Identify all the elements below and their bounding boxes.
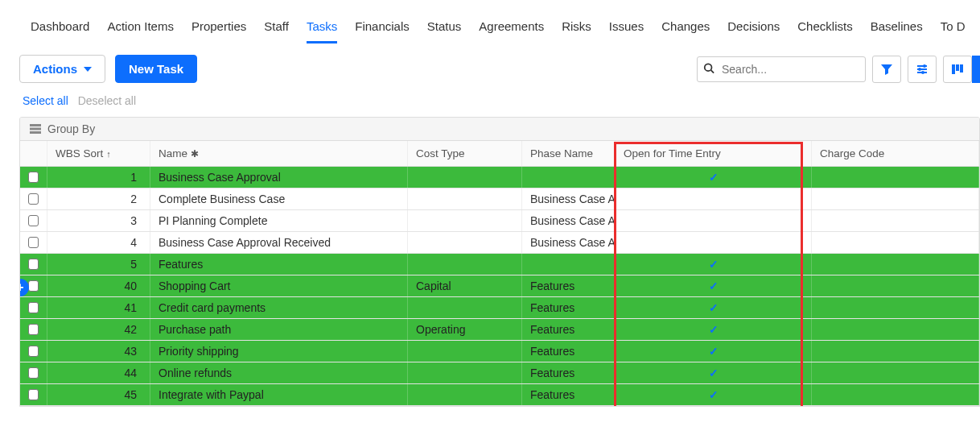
- table-row[interactable]: 44Online refundsFeatures✓: [20, 362, 979, 384]
- table-row[interactable]: 42Purchase pathOperatingFeatures✓: [20, 319, 979, 341]
- cell-cost-type: Operating: [408, 319, 522, 340]
- cell-charge-code: [812, 297, 979, 318]
- cell-phase: Business Case A...: [522, 188, 616, 209]
- header-phase-name[interactable]: Phase Name: [522, 141, 616, 166]
- cell-cost-type: [408, 297, 522, 318]
- check-icon: ✓: [709, 388, 719, 401]
- cell-name[interactable]: Purchase path: [150, 319, 408, 340]
- cell-name[interactable]: Online refunds: [150, 362, 408, 383]
- group-by-row[interactable]: Group By: [20, 118, 979, 141]
- table-row[interactable]: 41Credit card paymentsFeatures✓: [20, 297, 979, 319]
- cell-name[interactable]: Business Case Approval: [150, 167, 408, 188]
- table-row[interactable]: 2Complete Business CaseBusiness Case A..…: [20, 188, 979, 210]
- search-input[interactable]: [697, 56, 866, 82]
- board-view-button[interactable]: [943, 56, 972, 83]
- cell-name[interactable]: Shopping Cart: [150, 275, 408, 296]
- tab-issues[interactable]: Issues: [609, 14, 644, 43]
- cell-phase: Features: [522, 362, 616, 383]
- tab-status[interactable]: Status: [427, 14, 462, 43]
- cell-wbs: 3: [47, 210, 150, 231]
- cell-cost-type: [408, 210, 522, 231]
- check-icon: ✓: [709, 280, 719, 292]
- header-charge-code[interactable]: Charge Code: [812, 141, 979, 166]
- tab-risks[interactable]: Risks: [562, 14, 591, 43]
- cell-cost-type: [408, 362, 522, 383]
- row-checkbox[interactable]: [20, 297, 47, 318]
- header-cost-type[interactable]: Cost Type: [408, 141, 522, 166]
- cell-phase: Features: [522, 384, 616, 405]
- row-checkbox[interactable]: [20, 188, 47, 209]
- cell-charge-code: [812, 188, 979, 209]
- table-row[interactable]: 3PI Planning CompleteBusiness Case A...: [20, 210, 979, 232]
- cell-name[interactable]: Complete Business Case: [150, 188, 408, 209]
- cell-charge-code: [812, 254, 979, 275]
- cell-name[interactable]: Credit card payments: [150, 297, 408, 318]
- row-checkbox[interactable]: [20, 210, 47, 231]
- cell-name[interactable]: PI Planning Complete: [150, 210, 408, 231]
- table-row[interactable]: 1Business Case Approval✓: [20, 167, 979, 188]
- svg-line-1: [711, 70, 714, 73]
- tab-properties[interactable]: Properties: [191, 14, 246, 43]
- required-star-icon: ✱: [191, 148, 199, 159]
- row-checkbox[interactable]: [20, 384, 47, 405]
- actions-dropdown[interactable]: Actions: [19, 55, 105, 83]
- tab-financials[interactable]: Financials: [355, 14, 410, 43]
- grid-header: WBS Sort ↑ Name ✱ Cost Type Phase Name O…: [20, 141, 979, 167]
- expand-panel-strip[interactable]: [972, 56, 980, 83]
- cell-cost-type: Capital: [408, 275, 522, 296]
- tab-staff[interactable]: Staff: [264, 14, 289, 43]
- row-checkbox[interactable]: [20, 254, 47, 275]
- row-checkbox[interactable]: [20, 232, 47, 253]
- cell-name[interactable]: Features: [150, 254, 408, 275]
- new-task-button[interactable]: New Task: [115, 55, 197, 83]
- cell-name[interactable]: Integrate with Paypal: [150, 384, 408, 405]
- actions-label: Actions: [33, 62, 77, 76]
- check-icon: ✓: [709, 301, 719, 314]
- cell-wbs: 42: [47, 319, 150, 340]
- tab-changes[interactable]: Changes: [661, 14, 710, 43]
- cell-open-time-entry: [616, 232, 812, 253]
- cell-wbs: 2: [47, 188, 150, 209]
- cell-phase: Features: [522, 341, 616, 362]
- row-checkbox[interactable]: [20, 341, 47, 362]
- header-open-time-entry[interactable]: Open for Time Entry: [616, 141, 812, 166]
- cell-open-time-entry: ✓: [616, 341, 812, 362]
- select-all-link[interactable]: Select all: [23, 94, 68, 107]
- svg-rect-13: [30, 131, 41, 134]
- checkbox-icon: [28, 237, 39, 248]
- settings-sliders-button[interactable]: [908, 56, 937, 83]
- cell-open-time-entry: ✓: [616, 362, 812, 383]
- table-row[interactable]: 5Features✓: [20, 254, 979, 275]
- cell-phase: [522, 167, 616, 188]
- tab-agreements[interactable]: Agreements: [479, 14, 544, 43]
- cell-open-time-entry: ✓: [616, 384, 812, 405]
- cell-name[interactable]: Business Case Approval Received: [150, 232, 408, 253]
- table-row[interactable]: 43Priority shippingFeatures✓: [20, 341, 979, 362]
- header-name[interactable]: Name ✱: [150, 141, 408, 166]
- svg-rect-8: [952, 64, 955, 74]
- tab-action-items[interactable]: Action Items: [107, 14, 174, 43]
- cell-name[interactable]: Priority shipping: [150, 341, 408, 362]
- table-row[interactable]: 4Business Case Approval ReceivedBusiness…: [20, 232, 979, 254]
- table-row[interactable]: 45Integrate with PaypalFeatures✓: [20, 384, 979, 406]
- table-row[interactable]: 40Shopping CartCapitalFeatures✓: [20, 275, 979, 297]
- tab-dashboard[interactable]: Dashboard: [31, 14, 89, 43]
- tab-checklists[interactable]: Checklists: [797, 14, 852, 43]
- cell-charge-code: [812, 362, 979, 383]
- tab-tasks[interactable]: Tasks: [307, 14, 337, 43]
- checkbox-icon: [28, 215, 39, 226]
- row-checkbox[interactable]: [20, 167, 47, 188]
- cell-wbs: 45: [47, 384, 150, 405]
- filter-button[interactable]: [872, 56, 901, 83]
- svg-point-7: [921, 71, 924, 74]
- row-checkbox[interactable]: [20, 362, 47, 383]
- cell-phase: Business Case A...: [522, 210, 616, 231]
- search-icon: [703, 62, 714, 76]
- task-grid: + Group By WBS Sort ↑ Name ✱ Cost Type P…: [19, 117, 980, 407]
- header-wbs-sort[interactable]: WBS Sort ↑: [47, 141, 150, 166]
- tab-to-d[interactable]: To D: [941, 14, 966, 43]
- search-box: [697, 56, 866, 82]
- row-checkbox[interactable]: [20, 319, 47, 340]
- tab-decisions[interactable]: Decisions: [727, 14, 780, 43]
- tab-baselines[interactable]: Baselines: [871, 14, 923, 43]
